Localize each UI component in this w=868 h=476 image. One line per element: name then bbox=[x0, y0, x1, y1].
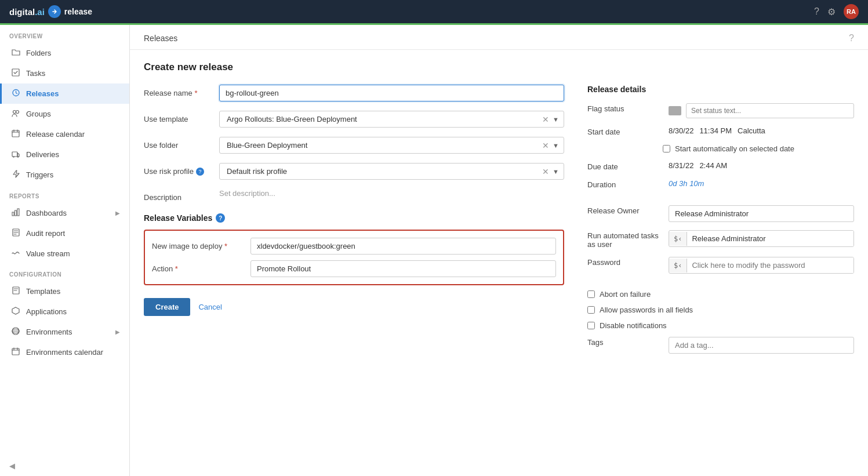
form-left: Release name * Use template Argo Rollout… bbox=[144, 85, 564, 362]
variable2-row: Action * bbox=[152, 260, 556, 277]
start-time[interactable]: 11:34 PM bbox=[699, 126, 732, 135]
value-stream-icon bbox=[11, 249, 20, 258]
sidebar-item-triggers[interactable]: Triggers bbox=[0, 165, 129, 185]
release-name-input[interactable] bbox=[219, 85, 564, 101]
release-owner-row: Release Owner bbox=[587, 205, 854, 222]
calendar-icon bbox=[11, 129, 20, 139]
main-form-content: Create new release Release name * bbox=[130, 50, 868, 373]
sidebar-item-audit-report[interactable]: Audit report bbox=[0, 223, 129, 244]
gear-icon[interactable]: ⚙ bbox=[827, 6, 836, 17]
release-text: release bbox=[64, 7, 92, 16]
release-name-field bbox=[219, 85, 564, 101]
variable2-input[interactable] bbox=[250, 260, 556, 277]
due-time[interactable]: 2:44 AM bbox=[699, 161, 727, 170]
sidebar-item-label: Triggers bbox=[26, 170, 53, 179]
risk-profile-clear-icon[interactable]: ✕ bbox=[542, 167, 549, 176]
due-date-label: Due date bbox=[587, 161, 663, 171]
svg-rect-17 bbox=[12, 348, 19, 355]
template-clear-icon[interactable]: ✕ bbox=[542, 115, 549, 124]
auto-start-label: Start automatically on selected date bbox=[675, 144, 794, 153]
svg-rect-6 bbox=[12, 152, 17, 157]
page-help-icon[interactable]: ? bbox=[849, 33, 854, 43]
sidebar-item-tasks[interactable]: Tasks bbox=[0, 63, 129, 83]
start-date-row: Start date 8/30/22 11:34 PM Calcutta bbox=[587, 126, 854, 136]
use-template-row: Use template Argo Rollouts: Blue-Green D… bbox=[144, 111, 564, 128]
create-button[interactable]: Create bbox=[144, 298, 190, 316]
folder-clear-icon[interactable]: ✕ bbox=[542, 141, 549, 150]
svg-rect-5 bbox=[12, 130, 19, 137]
description-placeholder[interactable]: Set description... bbox=[219, 185, 275, 198]
due-date[interactable]: 8/31/22 bbox=[669, 161, 693, 170]
due-date-row: Due date 8/31/22 2:44 AM bbox=[587, 161, 854, 171]
use-risk-profile-label: Use risk profile ? bbox=[144, 163, 213, 176]
duration-row: Duration 0d 3h 10m bbox=[587, 179, 854, 189]
logo-digital-text: digital.ai bbox=[9, 7, 45, 17]
help-icon[interactable]: ? bbox=[814, 6, 819, 17]
release-name-row: Release name * bbox=[144, 85, 564, 101]
sidebar-item-templates[interactable]: Templates bbox=[0, 281, 129, 301]
use-template-select[interactable]: Argo Rollouts: Blue-Green Deployment ✕ ▼ bbox=[219, 111, 564, 128]
use-risk-profile-select[interactable]: Default risk profile ✕ ▼ bbox=[219, 163, 564, 180]
triggers-icon bbox=[11, 170, 20, 180]
abort-on-failure-row: Abort on failure bbox=[587, 290, 854, 299]
cancel-button[interactable]: Cancel bbox=[198, 303, 221, 311]
sidebar-overview-label: OVERVIEW bbox=[0, 25, 129, 43]
release-details-title: Release details bbox=[587, 85, 854, 94]
duration-label: Duration bbox=[587, 179, 663, 189]
sidebar-item-groups[interactable]: Groups bbox=[0, 104, 129, 124]
variables-section: Release Variables ? New image to deploy … bbox=[144, 213, 564, 285]
sidebar-item-applications[interactable]: Applications bbox=[0, 301, 129, 322]
template-arrow-icon[interactable]: ▼ bbox=[553, 116, 559, 123]
spacer2 bbox=[587, 282, 854, 290]
variable1-row: New image to deploy * bbox=[152, 238, 556, 255]
start-date[interactable]: 8/30/22 bbox=[669, 126, 693, 135]
use-folder-field: Blue-Green Deployment ✕ ▼ bbox=[219, 137, 564, 154]
release-icon bbox=[48, 5, 61, 18]
sidebar-collapse-button[interactable]: ◀ bbox=[0, 456, 129, 476]
folder-arrow-icon[interactable]: ▼ bbox=[553, 142, 559, 149]
sidebar-item-label: Releases bbox=[26, 89, 59, 98]
sidebar-item-label: Environments bbox=[26, 328, 72, 336]
risk-profile-arrow-icon[interactable]: ▼ bbox=[553, 168, 559, 175]
auto-start-checkbox[interactable] bbox=[663, 145, 670, 152]
password-input[interactable] bbox=[687, 257, 854, 273]
tags-input[interactable] bbox=[669, 337, 854, 354]
disable-notifications-checkbox[interactable] bbox=[587, 322, 595, 329]
svg-rect-11 bbox=[17, 209, 19, 216]
svg-point-4 bbox=[16, 111, 19, 114]
allow-passwords-checkbox[interactable] bbox=[587, 306, 595, 314]
tags-label: Tags bbox=[587, 337, 663, 347]
sidebar-item-folders[interactable]: Folders bbox=[0, 43, 129, 63]
deliveries-icon bbox=[11, 150, 20, 159]
env-cal-icon bbox=[11, 347, 20, 357]
abort-on-failure-checkbox[interactable] bbox=[587, 290, 595, 298]
disable-notifications-label: Disable notifications bbox=[600, 321, 667, 330]
sidebar-item-release-calendar[interactable]: Release calendar bbox=[0, 124, 129, 144]
due-date-value: 8/31/22 2:44 AM bbox=[669, 161, 727, 170]
sidebar-item-label: Value stream bbox=[26, 249, 70, 258]
sidebar-item-dashboards[interactable]: Dashboards ▶ bbox=[0, 203, 129, 223]
main-content-area: Releases ? Create new release Release na… bbox=[130, 25, 868, 476]
variables-help-icon[interactable]: ? bbox=[216, 213, 225, 223]
flag-status-row: Flag status bbox=[587, 103, 854, 118]
flag-status-input[interactable] bbox=[686, 103, 854, 118]
spacer bbox=[587, 197, 854, 205]
variables-box: New image to deploy * Action * bbox=[144, 230, 564, 285]
sidebar-item-label: Deliveries bbox=[26, 150, 59, 159]
sidebar-item-label: Dashboards bbox=[26, 209, 67, 217]
sidebar-item-environments-calendar[interactable]: Environments calendar bbox=[0, 342, 129, 362]
sidebar-item-releases[interactable]: Releases bbox=[0, 83, 129, 104]
sidebar-item-environments[interactable]: Environments ▶ bbox=[0, 322, 129, 342]
flag-status-label: Flag status bbox=[587, 103, 663, 113]
sidebar-item-value-stream[interactable]: Value stream bbox=[0, 244, 129, 263]
use-folder-select[interactable]: Blue-Green Deployment ✕ ▼ bbox=[219, 137, 564, 154]
run-automated-input[interactable] bbox=[687, 231, 854, 246]
use-folder-label: Use folder bbox=[144, 137, 213, 150]
risk-profile-help-icon[interactable]: ? bbox=[196, 168, 204, 176]
sidebar: OVERVIEW Folders Tasks Releases Groups bbox=[0, 25, 130, 476]
sidebar-item-deliveries[interactable]: Deliveries bbox=[0, 144, 129, 165]
user-avatar[interactable]: RA bbox=[844, 4, 859, 19]
variable1-input[interactable] bbox=[250, 238, 556, 255]
run-automated-row: Run automated tasks as user $‹ bbox=[587, 230, 854, 249]
release-owner-input[interactable] bbox=[669, 205, 854, 222]
